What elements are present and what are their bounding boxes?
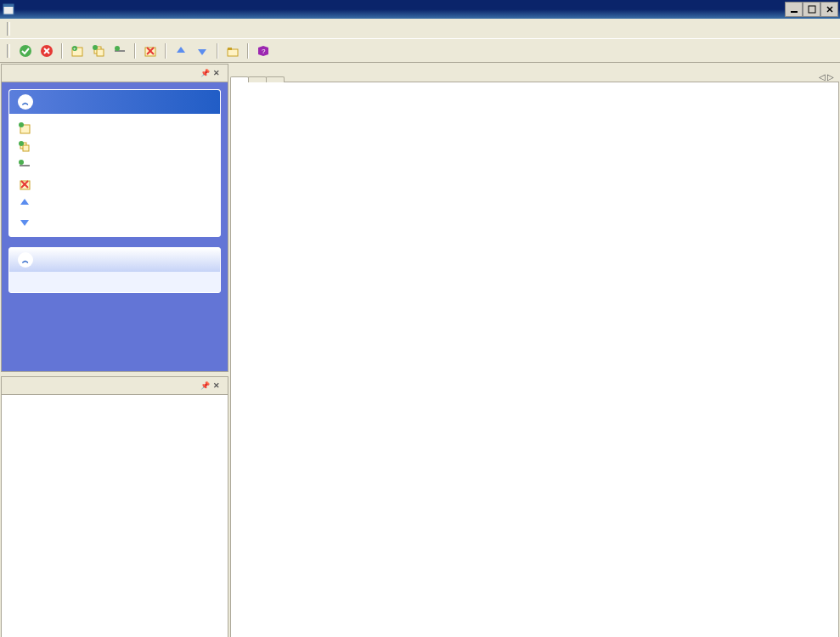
- menu-view[interactable]: [41, 25, 54, 32]
- information-header[interactable]: ︽: [9, 248, 220, 272]
- action-add-command[interactable]: [18, 119, 211, 138]
- add-separator-button[interactable]: [110, 42, 129, 60]
- add-submenu-button[interactable]: [89, 42, 108, 60]
- close-button[interactable]: [820, 2, 838, 17]
- tab-commands[interactable]: [230, 76, 249, 82]
- svg-rect-29: [20, 165, 30, 166]
- help-button[interactable]: ?: [254, 42, 273, 60]
- collapse-icon[interactable]: ︽: [18, 252, 33, 268]
- info-line: [18, 284, 211, 287]
- actions-header[interactable]: ︽: [9, 90, 220, 114]
- move-up-button[interactable]: [172, 42, 190, 60]
- close-panel-icon[interactable]: ✕: [211, 67, 223, 79]
- svg-rect-3: [809, 6, 815, 13]
- minimize-button[interactable]: [785, 2, 803, 17]
- pin-icon[interactable]: 📌: [199, 380, 211, 392]
- svg-point-17: [115, 46, 120, 51]
- svg-rect-22: [228, 48, 232, 50]
- apply-button[interactable]: [16, 42, 35, 60]
- menu-options[interactable]: [54, 25, 68, 32]
- svg-rect-1: [3, 4, 14, 7]
- svg-text:+: +: [73, 46, 76, 51]
- move-down-button[interactable]: [193, 42, 211, 60]
- tab-others[interactable]: [266, 76, 285, 82]
- svg-rect-21: [228, 49, 238, 56]
- menu-file[interactable]: [14, 25, 27, 32]
- maximize-button[interactable]: [803, 2, 820, 17]
- folder-button[interactable]: [223, 42, 242, 60]
- svg-point-28: [19, 141, 24, 146]
- tab-bar: ◁ ▷: [230, 64, 839, 82]
- collapse-icon[interactable]: ︽: [18, 94, 33, 110]
- action-move-down[interactable]: [18, 212, 211, 231]
- svg-point-25: [19, 122, 24, 127]
- menu-grip[interactable]: [7, 22, 10, 36]
- add-command-button[interactable]: +: [68, 42, 87, 60]
- cancel-button[interactable]: [37, 42, 56, 60]
- app-icon: [2, 3, 15, 16]
- menu-help[interactable]: [68, 25, 82, 32]
- svg-point-30: [19, 160, 24, 165]
- svg-text:?: ?: [262, 48, 266, 55]
- title-bar: [0, 0, 840, 19]
- action-add-submenu[interactable]: [18, 138, 211, 156]
- tab-next-icon[interactable]: ▷: [827, 72, 834, 82]
- svg-point-6: [20, 45, 31, 57]
- toolbar-grip[interactable]: [7, 44, 10, 58]
- pin-icon[interactable]: 📌: [199, 67, 211, 79]
- tab-prev-icon[interactable]: ◁: [819, 72, 826, 82]
- svg-rect-14: [97, 49, 104, 56]
- svg-rect-2: [791, 11, 798, 13]
- menu-bar: [0, 19, 840, 39]
- action-add-separator[interactable]: [18, 156, 211, 175]
- toolbar: + ?: [0, 39, 840, 63]
- tasks-panel: 📌 ✕ ︽: [1, 64, 228, 372]
- menu-edit[interactable]: [27, 25, 41, 32]
- tab-sendto[interactable]: [248, 76, 267, 82]
- svg-rect-27: [23, 145, 29, 151]
- action-move-up[interactable]: [18, 194, 211, 212]
- delete-button[interactable]: [141, 42, 160, 60]
- svg-point-15: [93, 45, 98, 50]
- action-delete[interactable]: [18, 175, 211, 194]
- close-panel-icon[interactable]: ✕: [211, 380, 223, 392]
- properties-panel: 📌 ✕: [1, 376, 228, 637]
- commands-tree[interactable]: [230, 82, 839, 637]
